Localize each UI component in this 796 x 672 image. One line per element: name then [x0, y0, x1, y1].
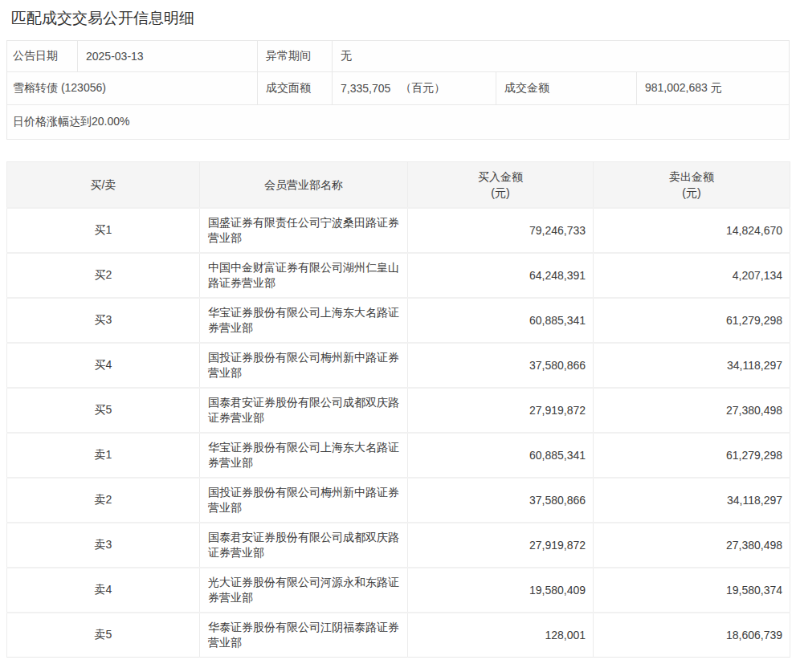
info-row-date: 公告日期 2025-03-13 异常期间 无 — [7, 41, 789, 71]
table-row: 买1 国盛证券有限责任公司宁波桑田路证券营业部 79,246,733 14,82… — [7, 208, 790, 253]
face-value-cell: 7,335,705 （百元） — [333, 72, 496, 104]
sell-amount-cell: 18,606,739 — [594, 613, 790, 658]
side-cell: 买5 — [7, 388, 200, 433]
table-row: 买2 中国中金财富证券有限公司湖州仁皇山路证券营业部 64,248,391 4,… — [7, 253, 790, 298]
sell-amount-cell: 4,207,134 — [594, 253, 790, 298]
buy-amount-cell: 27,919,872 — [408, 388, 594, 433]
info-row-reason: 日价格涨幅达到20.00% — [7, 104, 789, 139]
branch-cell: 国泰君安证券股份有限公司成都双庆路证券营业部 — [200, 523, 408, 568]
side-cell: 卖1 — [7, 433, 200, 478]
face-value-unit: （百元） — [400, 81, 445, 96]
side-cell: 买1 — [7, 208, 200, 253]
info-panel: 公告日期 2025-03-13 异常期间 无 雪榕转债 (123056) 成交面… — [6, 40, 790, 140]
side-cell: 买3 — [7, 298, 200, 343]
sell-amount-cell: 61,279,298 — [594, 433, 790, 478]
side-cell: 卖5 — [7, 613, 200, 658]
face-value: 7,335,705 — [341, 82, 390, 95]
branch-cell: 光大证券股份有限公司河源永和东路证券营业部 — [200, 568, 408, 613]
trade-table: 买/卖 会员营业部名称 买入金额 (元) 卖出金额 (元) 买1 国盛证券有限责… — [6, 161, 790, 658]
side-cell: 卖2 — [7, 478, 200, 523]
page-title: 匹配成交交易公开信息明细 — [11, 8, 790, 29]
buy-amount-cell: 60,885,341 — [408, 433, 594, 478]
table-row: 卖3 国泰君安证券股份有限公司成都双庆路证券营业部 27,919,872 27,… — [7, 523, 790, 568]
side-cell: 卖3 — [7, 523, 200, 568]
table-row: 买5 国泰君安证券股份有限公司成都双庆路证券营业部 27,919,872 27,… — [7, 388, 790, 433]
buy-amount-cell: 37,580,866 — [408, 343, 594, 388]
side-cell: 卖4 — [7, 568, 200, 613]
header-sell-amount: 卖出金额 (元) — [594, 162, 790, 208]
abnormal-period-label: 异常期间 — [258, 41, 333, 71]
announce-date-label: 公告日期 — [7, 41, 78, 71]
abnormal-period-value: 无 — [333, 41, 789, 71]
security-name: 雪榕转债 (123056) — [7, 72, 258, 104]
face-value-label: 成交面额 — [258, 72, 333, 104]
buy-amount-cell: 27,919,872 — [408, 523, 594, 568]
branch-cell: 华宝证券股份有限公司上海东大名路证券营业部 — [200, 433, 408, 478]
branch-cell: 华宝证券股份有限公司上海东大名路证券营业部 — [200, 298, 408, 343]
sell-amount-cell: 14,824,670 — [594, 208, 790, 253]
buy-amount-cell: 37,580,866 — [408, 478, 594, 523]
buy-amount-cell: 60,885,341 — [408, 298, 594, 343]
table-row: 卖2 国投证券股份有限公司梅州新中路证券营业部 37,580,866 34,11… — [7, 478, 790, 523]
sell-amount-cell: 34,118,297 — [594, 478, 790, 523]
announce-date-value: 2025-03-13 — [78, 41, 258, 71]
table-row: 卖5 华泰证券股份有限公司江阴福泰路证券营业部 128,001 18,606,7… — [7, 613, 790, 658]
turnover-label: 成交金额 — [496, 72, 637, 104]
turnover-value: 981,002,683 元 — [637, 72, 789, 104]
header-side: 买/卖 — [7, 162, 200, 208]
table-row: 买3 华宝证券股份有限公司上海东大名路证券营业部 60,885,341 61,2… — [7, 298, 790, 343]
branch-cell: 国投证券股份有限公司梅州新中路证券营业部 — [200, 478, 408, 523]
branch-cell: 中国中金财富证券有限公司湖州仁皇山路证券营业部 — [200, 253, 408, 298]
side-cell: 买2 — [7, 253, 200, 298]
sell-amount-cell: 27,380,498 — [594, 523, 790, 568]
info-row-security: 雪榕转债 (123056) 成交面额 7,335,705 （百元） 成交金额 9… — [7, 71, 789, 104]
table-row: 卖1 华宝证券股份有限公司上海东大名路证券营业部 60,885,341 61,2… — [7, 433, 790, 478]
header-buy-amount: 买入金额 (元) — [408, 162, 594, 208]
buy-amount-cell: 64,248,391 — [408, 253, 594, 298]
disclosure-reason: 日价格涨幅达到20.00% — [7, 105, 789, 139]
buy-amount-cell: 79,246,733 — [408, 208, 594, 253]
sell-amount-cell: 61,279,298 — [594, 298, 790, 343]
buy-amount-cell: 19,580,409 — [408, 568, 594, 613]
branch-cell: 国投证券股份有限公司梅州新中路证券营业部 — [200, 343, 408, 388]
table-row: 买4 国投证券股份有限公司梅州新中路证券营业部 37,580,866 34,11… — [7, 343, 790, 388]
table-header-row: 买/卖 会员营业部名称 买入金额 (元) 卖出金额 (元) — [7, 162, 790, 208]
side-cell: 买4 — [7, 343, 200, 388]
branch-cell: 国泰君安证券股份有限公司成都双庆路证券营业部 — [200, 388, 408, 433]
header-branch: 会员营业部名称 — [200, 162, 408, 208]
branch-cell: 华泰证券股份有限公司江阴福泰路证券营业部 — [200, 613, 408, 658]
table-row: 卖4 光大证券股份有限公司河源永和东路证券营业部 19,580,409 19,5… — [7, 568, 790, 613]
buy-amount-cell: 128,001 — [408, 613, 594, 658]
branch-cell: 国盛证券有限责任公司宁波桑田路证券营业部 — [200, 208, 408, 253]
sell-amount-cell: 19,580,374 — [594, 568, 790, 613]
sell-amount-cell: 34,118,297 — [594, 343, 790, 388]
sell-amount-cell: 27,380,498 — [594, 388, 790, 433]
